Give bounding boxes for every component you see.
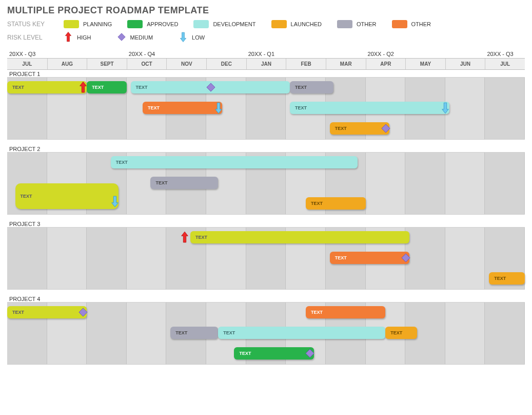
month-header: SEPT [87, 59, 127, 69]
task-label: TEXT [12, 310, 24, 315]
lane: TEXTTEXTTEXTTEXT [7, 78, 525, 98]
task-label: TEXT [239, 351, 251, 356]
project-lanes: TEXTTEXTTEXTTEXTTEXTTEXTTEXT [7, 77, 525, 140]
swatch-label: PLANNING [83, 21, 112, 27]
month-header: JUL [485, 59, 525, 69]
status-key-label: STATUS KEY [7, 21, 53, 28]
quarter-label: 20XX - Q2 [366, 50, 406, 58]
low-risk-icon [179, 31, 188, 44]
legend-risk-medium: MEDIUM [117, 31, 153, 44]
project-3: PROJECT 3TEXTTEXTTEXT [7, 220, 525, 290]
swatch-label: OTHER [357, 21, 377, 27]
risk-legend: RISK LEVEL HIGHMEDIUMLOW [7, 31, 525, 44]
medium-risk-icon [117, 33, 126, 42]
lane: TEXTTEXT [7, 194, 525, 214]
task-bar[interactable]: TEXT [306, 306, 385, 318]
swatch-box [392, 20, 407, 28]
swatch-label: APPROVED [147, 21, 178, 27]
lane: TEXT [7, 153, 525, 173]
task-bar[interactable]: TEXT [170, 327, 218, 339]
lane: TEXT [7, 344, 525, 364]
month-header: JAN [246, 59, 286, 69]
page-title: MULTIPLE PROJECT ROADMAP TEMPLATE [7, 5, 525, 16]
task-bar[interactable]: TEXT [290, 81, 333, 93]
task-bar[interactable]: TEXT [218, 327, 385, 339]
swatch-box [271, 20, 287, 28]
month-header: AUG [47, 59, 87, 69]
month-header: APR [366, 59, 406, 69]
task-label: TEXT [175, 330, 187, 335]
legend-status-approved: APPROVED [127, 20, 178, 28]
quarter-label: 20XX - Q4 [127, 50, 167, 58]
legend-risk-low: LOW [179, 31, 205, 44]
risk-level-label: RISK LEVEL [7, 34, 53, 41]
month-header: FEB [286, 59, 326, 69]
legend-risk-high: HIGH [64, 31, 91, 44]
project-title: PROJECT 2 [7, 145, 525, 152]
task-bar[interactable]: TEXT [385, 327, 417, 339]
swatch-label: OTHER [411, 21, 431, 27]
project-1: PROJECT 1TEXTTEXTTEXTTEXTTEXTTEXTTEXT [7, 70, 525, 140]
quarter-label: 20XX - Q3 [485, 50, 525, 58]
task-label: TEXT [116, 160, 128, 165]
task-bar[interactable]: TEXT [290, 102, 449, 114]
task-bar[interactable]: TEXT [330, 252, 409, 264]
lane: TEXTTEXTTEXT [7, 323, 525, 344]
task-bar[interactable]: TEXT [330, 122, 389, 135]
timeline: 20XX - Q320XX - Q420XX - Q120XX - Q220XX… [7, 50, 525, 370]
task-bar[interactable]: TEXT [489, 272, 525, 285]
task-bar[interactable]: TEXT [131, 81, 290, 93]
project-title: PROJECT 3 [7, 220, 525, 227]
swatch-box [64, 20, 79, 28]
swatch-label: DEVELOPMENT [213, 21, 255, 27]
task-label: TEXT [390, 330, 402, 335]
task-bar[interactable]: TEXT [150, 177, 218, 189]
month-header: JUL [7, 59, 47, 69]
risk-label: LOW [192, 34, 205, 41]
legend-status-development: DEVELOPMENT [193, 20, 255, 28]
task-label: TEXT [311, 201, 323, 206]
task-bar[interactable]: TEXT [15, 183, 119, 209]
task-bar[interactable]: TEXT [7, 306, 87, 318]
month-header: DEC [206, 59, 246, 69]
task-label: TEXT [21, 194, 32, 199]
status-legend: STATUS KEY PLANNINGAPPROVEDDEVELOPMENTLA… [7, 20, 525, 28]
task-label: TEXT [223, 330, 235, 335]
task-bar[interactable]: TEXT [87, 81, 127, 93]
month-header: NOV [166, 59, 206, 69]
high-risk-icon [64, 31, 73, 44]
lane: TEXT [7, 119, 525, 139]
task-bar[interactable]: TEXT [190, 231, 409, 243]
task-label: TEXT [494, 276, 506, 281]
task-bar[interactable]: TEXT [143, 102, 222, 114]
task-bar[interactable]: TEXT [234, 347, 313, 360]
task-label: TEXT [311, 310, 323, 315]
task-bar[interactable]: TEXT [111, 156, 358, 168]
project-title: PROJECT 1 [7, 70, 525, 77]
swatch-box [337, 20, 352, 28]
project-lanes: TEXTTEXTTEXTTEXT [7, 152, 525, 215]
project-title: PROJECT 4 [7, 295, 525, 302]
task-label: TEXT [92, 85, 104, 90]
high-risk-icon [179, 230, 190, 245]
task-label: TEXT [148, 105, 160, 110]
task-label: TEXT [12, 85, 24, 90]
swatch-label: LAUNCHED [291, 21, 322, 27]
task-label: TEXT [295, 105, 307, 110]
task-label: TEXT [335, 255, 347, 260]
legend-status-planning: PLANNING [64, 20, 112, 28]
month-row: JULAUGSEPTOCTNOVDECJANFEBMARAPRMAYJUNJUL [7, 58, 525, 70]
risk-label: HIGH [77, 34, 91, 41]
project-4: PROJECT 4TEXTTEXTTEXTTEXTTEXTTEXT [7, 295, 525, 365]
legend-status-other: OTHER [392, 20, 431, 28]
month-header: OCT [127, 59, 167, 69]
task-label: TEXT [155, 180, 167, 185]
task-bar[interactable]: TEXT [7, 81, 87, 93]
task-label: TEXT [136, 85, 148, 90]
lane: TEXT [7, 269, 525, 289]
quarter-label: 20XX - Q3 [7, 50, 47, 58]
month-header: JUN [445, 59, 485, 69]
lane: TEXTTEXT [7, 98, 525, 119]
task-bar[interactable]: TEXT [306, 197, 365, 210]
legend-status-other: OTHER [337, 20, 377, 28]
